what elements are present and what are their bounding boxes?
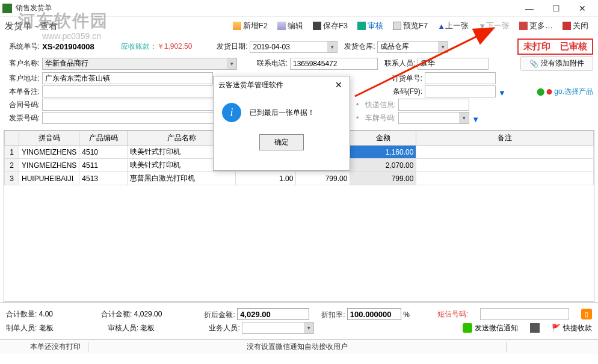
col-code[interactable]: 产品编码 [79, 131, 128, 146]
sms-input[interactable] [480, 308, 569, 320]
rss-icon[interactable]: ▯ [581, 309, 592, 319]
info-icon: i [222, 103, 241, 122]
attach-button[interactable]: 📎没有添加附件 [520, 56, 593, 71]
cust-addr-label: 客户地址: [5, 73, 40, 84]
chevron-down-icon[interactable]: ▾ [438, 42, 448, 52]
check-icon [357, 22, 366, 30]
total-amt-label: 合计金额: [101, 310, 132, 318]
auditor-value: 老板 [140, 324, 155, 332]
status-unprinted: 未打印 [523, 41, 550, 51]
prev-button[interactable]: ▲上一张 [434, 19, 472, 32]
plate-label: 车牌号码: [361, 113, 396, 123]
total-qty-value: 4.00 [39, 310, 53, 318]
edit-icon [277, 22, 286, 30]
toolbar: 发货单 - 查看 新增F2 编辑 保存F3 审核 预览F7 ▲上一张 ▼下一张 … [0, 17, 598, 35]
phone-label: 联系电话: [253, 58, 288, 69]
cust-addr-input[interactable] [42, 72, 213, 84]
wechat-icon [463, 323, 472, 333]
select-product-link[interactable]: ⬤⬤go.选择产品 [537, 87, 593, 97]
contact-label: 联系人员: [380, 58, 415, 69]
date-picker-icon[interactable]: ▾ [327, 42, 337, 52]
more-button[interactable]: 更多… [516, 19, 556, 32]
sys-no-label: 系统单号: [5, 42, 40, 52]
chevron-down-icon[interactable]: ▾ [304, 322, 313, 333]
quick-collect-button[interactable]: 🚩快捷收款 [552, 323, 592, 333]
page-title: 发货单 - 查看 [5, 20, 58, 32]
total-amt-value: 4,029.00 [134, 310, 162, 318]
table-row[interactable]: 3HUIPUHEIBAIJI4513惠普黑白激光打印机1.00799.00799… [5, 172, 594, 185]
status-box: 未打印 已审核 [517, 39, 593, 55]
auditor-label: 审核人员: [108, 324, 138, 332]
app-icon [2, 4, 12, 13]
footer-section: 合计数量: 4.00 合计金额: 4,029.00 折后金额: 折扣率: % 短… [0, 302, 598, 339]
express-label: 快递信息: [361, 100, 396, 110]
maximize-button[interactable]: ☐ [543, 0, 569, 17]
save-button[interactable]: 保存F3 [309, 19, 351, 32]
contract-label: 合同号码: [5, 100, 40, 110]
window-title: 销售发货单 [16, 3, 516, 13]
order-no-label: 订货单号: [387, 73, 422, 84]
disc-rate-input[interactable] [347, 308, 401, 320]
minimize-button[interactable]: ― [516, 0, 543, 17]
dialog-title: 云客送货单管理软件 [218, 80, 333, 90]
cust-name-label: 客户名称: [5, 58, 40, 69]
total-qty-label: 合计数量: [6, 310, 37, 318]
titlebar: 销售发货单 ― ☐ ✕ [0, 0, 598, 17]
order-no-input[interactable] [425, 72, 496, 84]
statusbar: 本单还没有打印 没有设置微信通知自动接收用户 [0, 339, 598, 354]
ship-date-input[interactable] [250, 41, 338, 53]
gear-icon[interactable] [530, 323, 540, 333]
contact-input[interactable] [418, 58, 489, 70]
edit-button[interactable]: 编辑 [274, 19, 307, 32]
biz-label: 业务人员: [209, 324, 239, 332]
close-icon [563, 22, 571, 30]
warehouse-label: 发货仓库: [340, 42, 375, 52]
ship-date-label: 发货日期: [212, 42, 247, 52]
col-pinyin[interactable]: 拼音码 [19, 131, 79, 146]
chevron-down-icon[interactable]: ▾ [459, 113, 469, 123]
receivable-label: 应收账款：￥1,902.50 [121, 42, 193, 52]
barcode-label: 条码(F9): [387, 87, 422, 97]
dialog-close-button[interactable]: ✕ [333, 80, 345, 90]
preview-icon [393, 22, 401, 30]
close-button[interactable]: 关闭 [559, 19, 592, 32]
next-button[interactable]: ▼下一张 [475, 19, 513, 32]
preview-button[interactable]: 预览F7 [389, 19, 431, 32]
new-button[interactable]: 新增F2 [229, 19, 271, 32]
col-amount[interactable]: 金额 [350, 131, 416, 146]
plate-dropdown-icon[interactable]: ▼ [472, 115, 480, 121]
status-audited: 已审核 [560, 41, 587, 51]
new-icon [233, 22, 241, 30]
dialog-ok-button[interactable]: 确定 [259, 134, 304, 150]
sys-no-value: XS-201904008 [42, 42, 94, 51]
disc-amt-input[interactable] [237, 308, 309, 320]
creator-value: 老板 [39, 324, 54, 332]
col-remark[interactable]: 备注 [416, 131, 594, 146]
dialog-message: 已到最后一张单据！ [250, 108, 315, 118]
disc-amt-label: 折后金额: [204, 310, 235, 319]
creator-label: 制单人员: [6, 324, 37, 332]
window-close-button[interactable]: ✕ [569, 0, 596, 17]
message-dialog: 云客送货单管理软件 ✕ i 已到最后一张单据！ 确定 [213, 76, 350, 171]
status-print: 本单还没有打印 [30, 342, 81, 352]
phone-input[interactable] [290, 58, 378, 70]
disc-rate-label: 折扣率: [321, 310, 345, 319]
biz-input[interactable] [242, 322, 314, 334]
remark-label: 本单备注: [5, 87, 40, 97]
chevron-down-icon[interactable]: ▾ [227, 58, 236, 69]
cust-name-input[interactable] [42, 58, 237, 70]
wechat-button[interactable]: 发送微信通知 [463, 323, 518, 333]
audit-button[interactable]: 审核 [354, 19, 387, 32]
barcode-dropdown-icon[interactable]: ▼ [498, 88, 507, 94]
status-wechat: 没有设置微信通知自动接收用户 [96, 342, 499, 352]
save-icon [313, 22, 321, 30]
sms-label: 短信号码: [437, 309, 468, 319]
barcode-input[interactable] [425, 85, 496, 97]
more-icon [519, 22, 528, 30]
express-input[interactable] [398, 99, 469, 111]
invoice-label: 发票号码: [5, 113, 40, 123]
